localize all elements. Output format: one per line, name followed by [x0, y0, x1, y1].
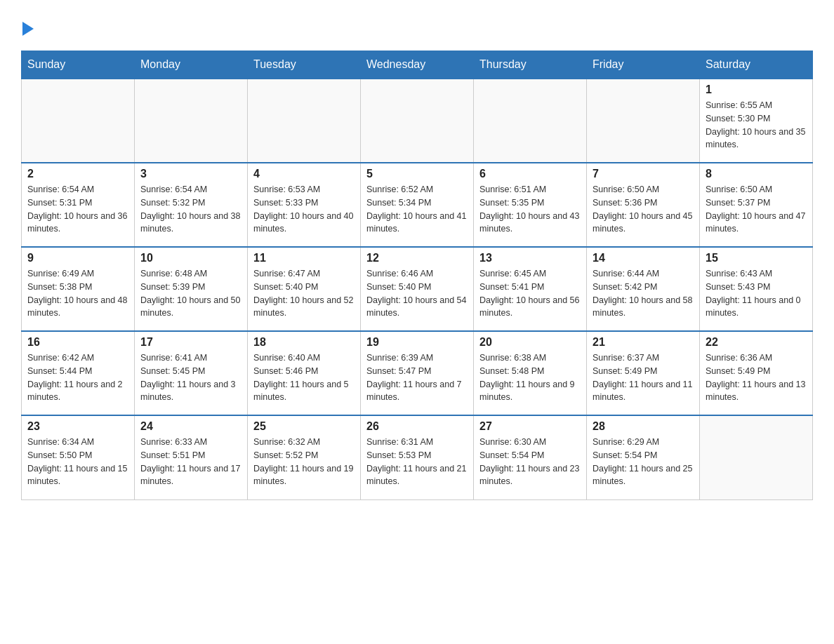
day-info: Sunrise: 6:30 AMSunset: 5:54 PMDaylight:…	[479, 436, 581, 488]
logo	[21, 14, 34, 36]
day-info: Sunrise: 6:54 AMSunset: 5:32 PMDaylight:…	[140, 183, 241, 236]
column-header-thursday: Thursday	[474, 51, 587, 79]
day-number: 20	[479, 336, 581, 349]
day-cell: 11Sunrise: 6:47 AMSunset: 5:40 PMDayligh…	[248, 247, 361, 331]
day-number: 15	[706, 252, 807, 264]
day-number: 13	[479, 252, 581, 264]
day-number: 4	[253, 168, 355, 180]
day-cell: 3Sunrise: 6:54 AMSunset: 5:32 PMDaylight…	[135, 163, 248, 247]
day-cell: 22Sunrise: 6:36 AMSunset: 5:49 PMDayligh…	[700, 331, 813, 415]
day-cell: 6Sunrise: 6:51 AMSunset: 5:35 PMDaylight…	[474, 163, 587, 247]
day-info: Sunrise: 6:54 AMSunset: 5:31 PMDaylight:…	[27, 183, 128, 236]
calendar-header: SundayMondayTuesdayWednesdayThursdayFrid…	[22, 51, 813, 79]
day-number: 16	[27, 336, 128, 349]
day-number: 27	[479, 420, 581, 433]
day-number: 24	[140, 420, 241, 433]
day-info: Sunrise: 6:42 AMSunset: 5:44 PMDaylight:…	[27, 351, 128, 404]
day-cell	[587, 79, 700, 163]
column-header-saturday: Saturday	[700, 51, 813, 79]
day-cell: 26Sunrise: 6:31 AMSunset: 5:53 PMDayligh…	[361, 415, 474, 499]
week-row-2: 2Sunrise: 6:54 AMSunset: 5:31 PMDaylight…	[22, 163, 813, 247]
day-info: Sunrise: 6:46 AMSunset: 5:40 PMDaylight:…	[366, 267, 468, 320]
day-number: 3	[140, 168, 241, 180]
day-number: 1	[706, 83, 807, 96]
week-row-5: 23Sunrise: 6:34 AMSunset: 5:50 PMDayligh…	[22, 415, 813, 499]
day-info: Sunrise: 6:43 AMSunset: 5:43 PMDaylight:…	[706, 267, 807, 320]
day-info: Sunrise: 6:36 AMSunset: 5:49 PMDaylight:…	[706, 351, 807, 404]
day-cell: 10Sunrise: 6:48 AMSunset: 5:39 PMDayligh…	[135, 247, 248, 331]
day-info: Sunrise: 6:39 AMSunset: 5:47 PMDaylight:…	[366, 351, 468, 404]
day-cell: 19Sunrise: 6:39 AMSunset: 5:47 PMDayligh…	[361, 331, 474, 415]
day-number: 8	[706, 168, 807, 180]
day-cell: 4Sunrise: 6:53 AMSunset: 5:33 PMDaylight…	[248, 163, 361, 247]
calendar-body: 1Sunrise: 6:55 AMSunset: 5:30 PMDaylight…	[22, 79, 813, 499]
day-cell: 23Sunrise: 6:34 AMSunset: 5:50 PMDayligh…	[22, 415, 135, 499]
day-cell: 17Sunrise: 6:41 AMSunset: 5:45 PMDayligh…	[135, 331, 248, 415]
day-cell: 2Sunrise: 6:54 AMSunset: 5:31 PMDaylight…	[22, 163, 135, 247]
day-cell: 21Sunrise: 6:37 AMSunset: 5:49 PMDayligh…	[587, 331, 700, 415]
day-cell	[700, 415, 813, 499]
day-info: Sunrise: 6:52 AMSunset: 5:34 PMDaylight:…	[366, 183, 468, 236]
day-info: Sunrise: 6:31 AMSunset: 5:53 PMDaylight:…	[366, 436, 468, 488]
day-info: Sunrise: 6:44 AMSunset: 5:42 PMDaylight:…	[593, 267, 694, 320]
day-cell: 16Sunrise: 6:42 AMSunset: 5:44 PMDayligh…	[22, 331, 135, 415]
day-cell	[361, 79, 474, 163]
svg-marker-0	[22, 22, 34, 36]
day-cell: 12Sunrise: 6:46 AMSunset: 5:40 PMDayligh…	[361, 247, 474, 331]
column-header-sunday: Sunday	[22, 51, 135, 79]
day-info: Sunrise: 6:50 AMSunset: 5:37 PMDaylight:…	[706, 183, 807, 236]
day-info: Sunrise: 6:50 AMSunset: 5:36 PMDaylight:…	[593, 183, 694, 236]
day-info: Sunrise: 6:48 AMSunset: 5:39 PMDaylight:…	[140, 267, 241, 320]
day-cell: 28Sunrise: 6:29 AMSunset: 5:54 PMDayligh…	[587, 415, 700, 499]
day-number: 17	[140, 336, 241, 349]
day-cell: 1Sunrise: 6:55 AMSunset: 5:30 PMDaylight…	[700, 79, 813, 163]
day-info: Sunrise: 6:32 AMSunset: 5:52 PMDaylight:…	[253, 436, 355, 488]
day-cell: 20Sunrise: 6:38 AMSunset: 5:48 PMDayligh…	[474, 331, 587, 415]
column-header-monday: Monday	[135, 51, 248, 79]
day-info: Sunrise: 6:55 AMSunset: 5:30 PMDaylight:…	[706, 99, 807, 152]
day-cell: 25Sunrise: 6:32 AMSunset: 5:52 PMDayligh…	[248, 415, 361, 499]
day-cell: 27Sunrise: 6:30 AMSunset: 5:54 PMDayligh…	[474, 415, 587, 499]
day-number: 10	[140, 252, 241, 264]
day-info: Sunrise: 6:40 AMSunset: 5:46 PMDaylight:…	[253, 351, 355, 404]
day-info: Sunrise: 6:49 AMSunset: 5:38 PMDaylight:…	[27, 267, 128, 320]
day-number: 5	[366, 168, 468, 180]
day-number: 12	[366, 252, 468, 264]
day-cell	[474, 79, 587, 163]
day-number: 19	[366, 336, 468, 349]
day-number: 22	[706, 336, 807, 349]
column-header-wednesday: Wednesday	[361, 51, 474, 79]
day-info: Sunrise: 6:45 AMSunset: 5:41 PMDaylight:…	[479, 267, 581, 320]
day-info: Sunrise: 6:47 AMSunset: 5:40 PMDaylight:…	[253, 267, 355, 320]
day-info: Sunrise: 6:34 AMSunset: 5:50 PMDaylight:…	[27, 436, 128, 488]
column-header-friday: Friday	[587, 51, 700, 79]
day-number: 11	[253, 252, 355, 264]
day-number: 26	[366, 420, 468, 433]
day-number: 23	[27, 420, 128, 433]
week-row-4: 16Sunrise: 6:42 AMSunset: 5:44 PMDayligh…	[22, 331, 813, 415]
day-info: Sunrise: 6:53 AMSunset: 5:33 PMDaylight:…	[253, 183, 355, 236]
day-number: 18	[253, 336, 355, 349]
page-header	[21, 14, 813, 36]
day-number: 2	[27, 168, 128, 180]
day-cell: 8Sunrise: 6:50 AMSunset: 5:37 PMDaylight…	[700, 163, 813, 247]
week-row-3: 9Sunrise: 6:49 AMSunset: 5:38 PMDaylight…	[22, 247, 813, 331]
day-cell: 15Sunrise: 6:43 AMSunset: 5:43 PMDayligh…	[700, 247, 813, 331]
day-number: 6	[479, 168, 581, 180]
day-cell	[135, 79, 248, 163]
day-cell: 7Sunrise: 6:50 AMSunset: 5:36 PMDaylight…	[587, 163, 700, 247]
day-cell: 5Sunrise: 6:52 AMSunset: 5:34 PMDaylight…	[361, 163, 474, 247]
day-cell: 13Sunrise: 6:45 AMSunset: 5:41 PMDayligh…	[474, 247, 587, 331]
day-cell: 9Sunrise: 6:49 AMSunset: 5:38 PMDaylight…	[22, 247, 135, 331]
day-number: 21	[593, 336, 694, 349]
day-cell	[248, 79, 361, 163]
day-number: 9	[27, 252, 128, 264]
day-cell: 24Sunrise: 6:33 AMSunset: 5:51 PMDayligh…	[135, 415, 248, 499]
logo-arrow-icon	[22, 22, 34, 36]
day-info: Sunrise: 6:51 AMSunset: 5:35 PMDaylight:…	[479, 183, 581, 236]
day-info: Sunrise: 6:38 AMSunset: 5:48 PMDaylight:…	[479, 351, 581, 404]
day-cell	[22, 79, 135, 163]
day-number: 28	[593, 420, 694, 433]
day-number: 25	[253, 420, 355, 433]
column-header-tuesday: Tuesday	[248, 51, 361, 79]
